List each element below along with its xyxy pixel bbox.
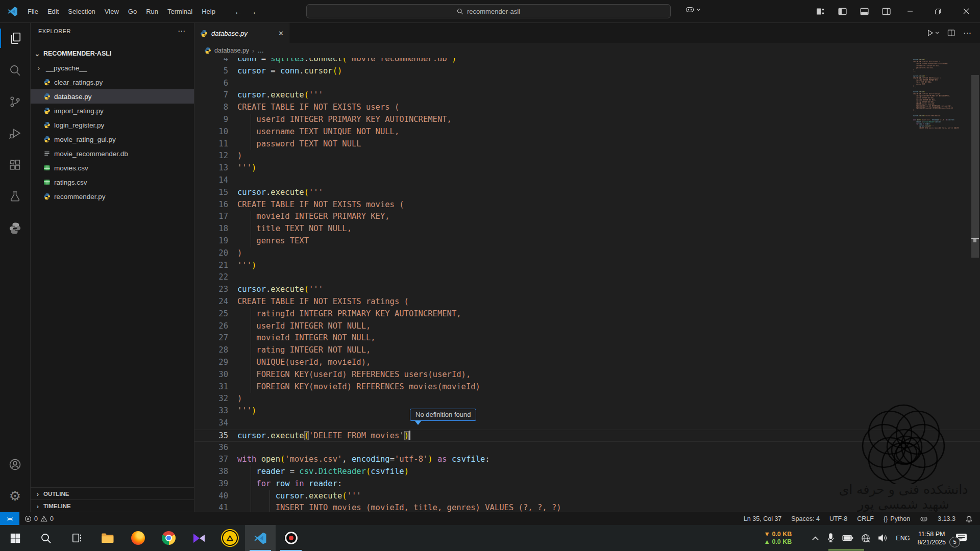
file-item-recommender-py[interactable]: recommender.py: [30, 189, 194, 204]
file-item-database-py[interactable]: database.py: [30, 89, 194, 104]
activity-extensions-icon[interactable]: [0, 149, 30, 181]
code-line-13[interactable]: 13'''): [194, 162, 980, 174]
kmplayer-icon[interactable]: [184, 525, 214, 551]
file-item-movie-rating-gui-py[interactable]: movie_rating_gui.py: [30, 132, 194, 146]
file-item-ratings-csv[interactable]: ratings.csv: [30, 175, 194, 189]
notifications-bell-icon[interactable]: [965, 515, 973, 523]
taskbar-search-button[interactable]: [31, 525, 61, 551]
code-line-18[interactable]: 18 title TEXT NOT NULL,: [194, 223, 980, 235]
chrome-icon[interactable]: [153, 525, 184, 551]
code-line-29[interactable]: 29 UNIQUE(userId, movieId),: [194, 357, 980, 369]
activity-account-icon[interactable]: [0, 448, 30, 480]
code-line-6[interactable]: 6: [194, 78, 980, 90]
run-python-button[interactable]: [926, 29, 939, 37]
code-line-28[interactable]: 28 rating INTEGER NOT NULL,: [194, 344, 980, 357]
toggle-panel-button[interactable]: [860, 8, 869, 15]
encoding-button[interactable]: UTF-8: [829, 515, 847, 522]
screen-recorder-icon[interactable]: [276, 525, 306, 551]
file-item-movies-csv[interactable]: movies.csv: [30, 161, 194, 175]
editor-scrollbar[interactable]: [971, 58, 979, 512]
timeline-section[interactable]: › TIMELINE: [30, 499, 194, 512]
activity-settings-icon[interactable]: ⚙: [0, 480, 30, 512]
code-line-38[interactable]: 38 reader = csv.DictReader(csvfile): [194, 466, 980, 478]
remote-indicator-button[interactable]: ><: [0, 512, 19, 525]
code-line-12[interactable]: 12): [194, 150, 980, 162]
code-editor[interactable]: 4conn = sqlite3.connect('movie_recommend…: [194, 58, 980, 512]
action-center-icon[interactable]: 5: [953, 531, 969, 546]
code-line-7[interactable]: 7cursor.execute(''': [194, 89, 980, 102]
code-line-8[interactable]: 8CREATE TABLE IF NOT EXISTS users (: [194, 102, 980, 114]
code-line-16[interactable]: 16CREATE TABLE IF NOT EXISTS movies (: [194, 199, 980, 211]
scrollbar-thumb[interactable]: [971, 75, 979, 258]
file-item--pycache-[interactable]: ›__pycache__: [30, 61, 194, 75]
more-actions-button[interactable]: ⋯: [963, 28, 972, 38]
indentation-button[interactable]: Spaces: 4: [791, 515, 820, 522]
code-line-31[interactable]: 31 FOREIGN KEY(movieId) REFERENCES movie…: [194, 381, 980, 393]
network-globe-icon[interactable]: [861, 534, 870, 543]
code-line-37[interactable]: 37with open('movies.csv', encoding='utf-…: [194, 454, 980, 466]
minimize-button[interactable]: [896, 0, 924, 22]
code-line-10[interactable]: 10 username TEXT UNIQUE NOT NULL,: [194, 126, 980, 138]
menu-view[interactable]: View: [100, 4, 124, 18]
activity-python-icon[interactable]: [0, 212, 30, 244]
menu-edit[interactable]: Edit: [43, 4, 63, 18]
language-mode-button[interactable]: {} Python: [884, 515, 910, 522]
command-center-search[interactable]: recommender-asli: [306, 4, 671, 18]
split-editor-button[interactable]: [947, 29, 955, 37]
file-item-movie-recommender-db[interactable]: movie_recommender.db: [30, 146, 194, 161]
code-line-22[interactable]: 22: [194, 271, 980, 284]
input-language-indicator[interactable]: ENG: [896, 535, 910, 542]
code-line-15[interactable]: 15cursor.execute(''': [194, 187, 980, 199]
close-window-button[interactable]: [952, 0, 980, 22]
code-line-39[interactable]: 39 for row in reader:: [194, 478, 980, 490]
start-button[interactable]: [0, 525, 31, 551]
code-line-40[interactable]: 40 cursor.execute(''': [194, 490, 980, 503]
taskbar-clock[interactable]: 11:58 PM 8/21/2025: [917, 530, 946, 546]
code-line-33[interactable]: 33'''): [194, 405, 980, 417]
restore-button[interactable]: [924, 0, 952, 22]
code-line-5[interactable]: 5cursor = conn.cursor(): [194, 65, 980, 78]
minimap[interactable]: conn = sqlite3.connect('movie_recommende…: [912, 58, 959, 272]
problems-button[interactable]: 0 0: [24, 515, 54, 522]
activity-run-debug-icon[interactable]: [0, 117, 30, 149]
copilot-status-icon[interactable]: [920, 515, 928, 523]
file-item-login-register-py[interactable]: login_register.py: [30, 118, 194, 132]
activity-search-icon[interactable]: [0, 54, 30, 86]
toggle-secondary-sidebar-button[interactable]: [882, 8, 891, 15]
menu-terminal[interactable]: Terminal: [163, 4, 197, 18]
explorer-actions-button[interactable]: ⋯: [178, 27, 186, 36]
code-line-41[interactable]: 41 INSERT INTO movies (movieId, title, g…: [194, 502, 980, 512]
cursor-position-button[interactable]: Ln 35, Col 37: [744, 515, 781, 522]
menu-help[interactable]: Help: [197, 4, 220, 18]
code-line-11[interactable]: 11 password TEXT NOT NULL: [194, 138, 980, 151]
firefox-icon[interactable]: [122, 525, 153, 551]
nav-back-button[interactable]: ←: [234, 7, 242, 16]
code-line-24[interactable]: 24CREATE TABLE IF NOT EXISTS ratings (: [194, 296, 980, 308]
code-line-21[interactable]: 21'''): [194, 260, 980, 272]
code-line-26[interactable]: 26 userId INTEGER NOT NULL,: [194, 320, 980, 333]
outline-section[interactable]: › OUTLINE: [30, 487, 194, 500]
file-explorer-icon[interactable]: [92, 525, 122, 551]
breadcrumb-symbol[interactable]: …: [257, 47, 264, 54]
copilot-button[interactable]: [685, 5, 701, 14]
activity-testing-icon[interactable]: [0, 181, 30, 212]
menu-selection[interactable]: Selection: [63, 4, 100, 18]
workspace-folder-header[interactable]: ⌄ RECOMMENDER-ASLI: [30, 46, 194, 61]
code-line-17[interactable]: 17 movieId INTEGER PRIMARY KEY,: [194, 211, 980, 223]
network-speed-monitor[interactable]: ▼ 0.0 KB ▲ 0.0 KB: [764, 531, 792, 546]
file-item-import-rating-py[interactable]: import_rating.py: [30, 104, 194, 118]
code-line-23[interactable]: 23cursor.execute(''': [194, 284, 980, 296]
battery-icon[interactable]: [842, 535, 853, 541]
microphone-icon[interactable]: [827, 533, 835, 543]
vscode-taskbar-icon[interactable]: [245, 525, 276, 551]
code-line-14[interactable]: 14: [194, 174, 980, 187]
volume-icon[interactable]: [878, 534, 888, 542]
eol-button[interactable]: CRLF: [857, 515, 874, 522]
nav-forward-button[interactable]: →: [249, 7, 257, 16]
code-line-30[interactable]: 30 FOREIGN KEY(userId) REFERENCES users(…: [194, 369, 980, 381]
code-line-36[interactable]: 36: [194, 442, 980, 454]
code-line-35[interactable]: 35cursor.execute('DELETE FROM movies'): [194, 430, 980, 442]
toggle-primary-sidebar-button[interactable]: [838, 8, 847, 15]
code-line-20[interactable]: 20): [194, 247, 980, 260]
menu-go[interactable]: Go: [124, 4, 141, 18]
